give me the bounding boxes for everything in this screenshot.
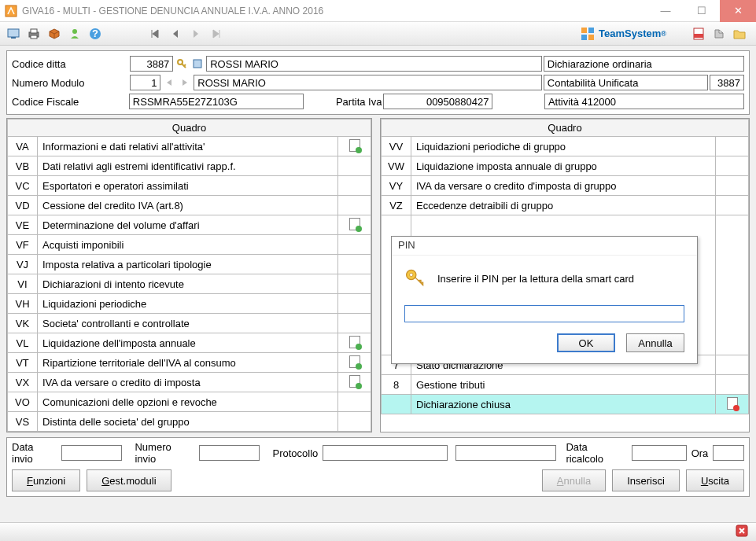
nav-prev-icon[interactable]: [167, 25, 184, 42]
protocollo-label: Protocollo: [272, 447, 318, 459]
table-row[interactable]: VTRipartizione territoriale dell'IVA al …: [8, 353, 371, 373]
dialog-message: Inserire il PIN per la lettura della sma…: [437, 273, 634, 285]
contabilita-field: Contabilità Unificata: [544, 75, 708, 90]
table-row[interactable]: VAInformazioni e dati relativi all'attiv…: [8, 137, 371, 156]
data-invio-field[interactable]: [61, 445, 122, 461]
nav-next-icon[interactable]: [187, 25, 205, 42]
document-status-icon: [349, 336, 360, 348]
nav-first-icon[interactable]: [146, 25, 164, 42]
table-row[interactable]: VVLiquidazioni periodiche di gruppo: [382, 137, 749, 156]
window-title: GIVA16 - MULTI - GESTIONE DENUNCIA ANNUA…: [22, 6, 647, 17]
table-row[interactable]: VHLiquidazioni periodiche: [8, 294, 371, 314]
svg-rect-10: [588, 28, 594, 33]
document-locked-icon: [727, 397, 738, 410]
screen-icon[interactable]: [5, 25, 22, 42]
contabilita-val-field: 3887: [710, 75, 744, 90]
nome-field-1[interactable]: ROSSI MARIO: [206, 56, 542, 72]
table-row[interactable]: VLLiquidazione dell'imposta annuale: [8, 333, 371, 353]
modulo-next-icon[interactable]: [178, 75, 192, 90]
title-bar: GIVA16 - MULTI - GESTIONE DENUNCIA ANNUA…: [0, 0, 756, 22]
lookup-icon[interactable]: [190, 57, 205, 71]
numero-modulo-field[interactable]: 1: [130, 75, 161, 90]
key-icon[interactable]: [175, 57, 189, 71]
funzioni-button[interactable]: Funzioni: [12, 469, 80, 491]
data-ricalcolo-field[interactable]: [632, 445, 686, 461]
annulla-button[interactable]: Annulla: [542, 469, 606, 491]
folder-icon[interactable]: [731, 25, 748, 42]
table-row[interactable]: VZEccedenze detraibili di gruppo: [382, 196, 749, 215]
numero-invio-field[interactable]: [199, 445, 260, 461]
header-box: Codice ditta 3887 ROSSI MARIO Dichiarazi…: [6, 50, 750, 115]
inserisci-button[interactable]: Inserisci: [612, 469, 680, 491]
table-row[interactable]: VJImposta relativa a particolari tipolog…: [8, 255, 371, 274]
data-invio-label: Data invio: [12, 441, 57, 465]
table-row[interactable]: VCEsportatori e operatori assimilati: [8, 176, 371, 196]
codice-ditta-label: Codice ditta: [12, 58, 128, 70]
codice-fiscale-label: Codice Fiscale: [12, 96, 127, 108]
table-row[interactable]: VBDati relativi agli estremi identificat…: [8, 156, 371, 176]
numero-invio-label: Numero invio: [135, 441, 194, 465]
pin-dialog: PIN Inserire il PIN per la lettura della…: [391, 236, 698, 364]
svg-point-6: [72, 29, 77, 34]
app-icon: [5, 5, 17, 17]
document-status-icon: [349, 139, 360, 152]
uscita-button[interactable]: Uscita: [686, 469, 744, 491]
gest-moduli-button[interactable]: Gest.moduli: [87, 469, 171, 491]
toolbar: ? TeamSystem®: [0, 22, 756, 46]
table-row[interactable]: VOComunicazioni delle opzioni e revoche: [8, 392, 371, 412]
key-icon: [404, 267, 426, 291]
ora-field[interactable]: [713, 445, 744, 461]
table-row[interactable]: VDCessione del credito IVA (art.8): [8, 196, 371, 215]
svg-rect-5: [31, 35, 37, 39]
document-status-icon: [349, 355, 360, 368]
svg-rect-11: [581, 35, 587, 40]
table-row[interactable]: VEDeterminazione del volume d'affari: [8, 215, 371, 235]
pin-input[interactable]: [404, 305, 684, 322]
table-row[interactable]: Dichiarazione chiusa: [382, 395, 749, 414]
table-row[interactable]: VWLiquidazione imposta annuale di gruppo: [382, 156, 749, 176]
table-row[interactable]: VFAcquisti imponibili: [8, 235, 371, 255]
data-ricalcolo-label: Data ricalcolo: [566, 441, 627, 465]
table-row[interactable]: VKSocieta' controllanti e controllate: [8, 314, 371, 333]
svg-rect-14: [694, 34, 703, 38]
table-row[interactable]: VXIVA da versare o credito di imposta: [8, 373, 371, 392]
status-close-icon[interactable]: [736, 524, 748, 539]
minimize-button[interactable]: —: [647, 0, 684, 22]
partita-iva-field[interactable]: 00950880427: [383, 94, 492, 109]
dialog-cancel-button[interactable]: Annulla: [626, 333, 684, 352]
table-row[interactable]: VSDistinta delle societa' del gruppo: [8, 412, 371, 432]
nome-field-2[interactable]: ROSSI MARIO: [194, 75, 542, 90]
dialog-ok-button[interactable]: OK: [557, 333, 615, 352]
nav-last-icon[interactable]: [208, 25, 225, 42]
help-icon[interactable]: ?: [87, 25, 104, 42]
modulo-prev-icon[interactable]: [162, 75, 176, 90]
partita-iva-label: Partita Iva: [310, 96, 382, 108]
codice-fiscale-field[interactable]: RSSMRA55E27Z103G: [129, 94, 304, 109]
protocollo-field-2[interactable]: [455, 445, 557, 461]
document-status-icon: [349, 375, 360, 388]
print-icon[interactable]: [25, 25, 42, 42]
table-row[interactable]: VIDichiarazioni di intento ricevute: [8, 274, 371, 294]
dialog-title: PIN: [392, 237, 697, 256]
table-row[interactable]: 8Gestione tributi: [382, 375, 749, 395]
maximize-button[interactable]: ☐: [684, 0, 720, 22]
svg-rect-9: [581, 28, 587, 33]
col-header-right: Quadro: [382, 120, 749, 137]
footer-box: Data invio Numero invio Protocollo Data …: [6, 437, 750, 497]
svg-rect-4: [31, 29, 37, 33]
attivita-field: Attività 412000: [544, 94, 744, 109]
cube-icon[interactable]: [46, 25, 63, 42]
numero-modulo-label: Numero Modulo: [12, 77, 128, 89]
user-icon[interactable]: [66, 25, 83, 42]
codice-ditta-field[interactable]: 3887: [130, 56, 174, 72]
ora-label: Ora: [691, 447, 709, 459]
brand-logo: TeamSystem®: [580, 26, 666, 42]
document-status-icon: [349, 218, 360, 230]
pdf-icon[interactable]: [690, 25, 707, 42]
export-icon[interactable]: [710, 25, 728, 42]
svg-rect-16: [194, 60, 201, 68]
table-row[interactable]: VYIVA da versare o credito d'imposta di …: [382, 176, 749, 196]
protocollo-field[interactable]: [323, 445, 447, 461]
svg-rect-12: [588, 35, 594, 40]
close-button[interactable]: ✕: [720, 0, 756, 22]
